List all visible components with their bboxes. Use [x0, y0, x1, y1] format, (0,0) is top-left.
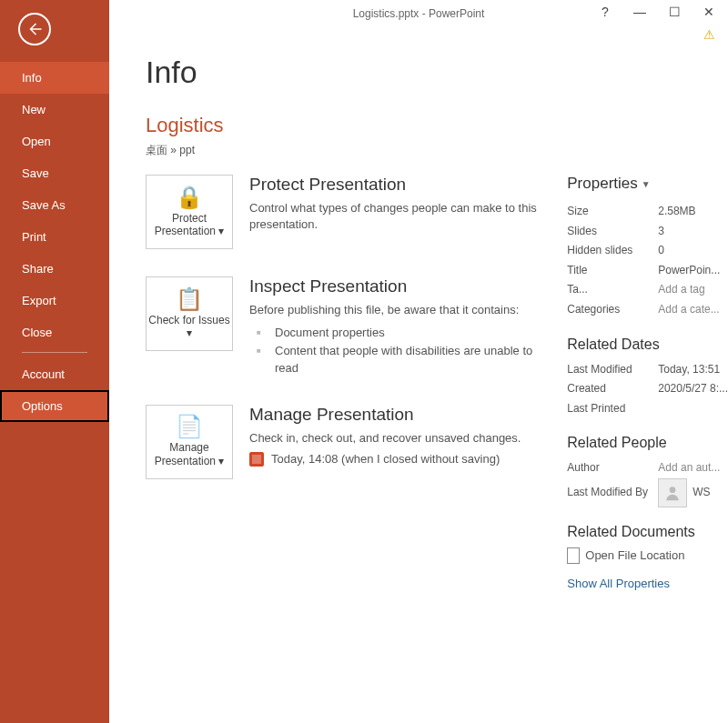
- prop-size: Size2.58MB: [567, 202, 728, 222]
- manage-heading: Manage Presentation: [249, 405, 545, 425]
- protect-section: 🔒 Protect Presentation ▾ Protect Present…: [146, 175, 545, 249]
- protect-desc: Control what types of changes people can…: [249, 200, 545, 233]
- properties-dropdown[interactable]: Properties▼: [567, 175, 728, 193]
- prop-slides: Slides3: [567, 222, 728, 242]
- inspect-list: Document properties Content that people …: [249, 324, 545, 377]
- related-docs-heading: Related Documents: [567, 524, 728, 540]
- tile-label: Manage Presentation ▾: [147, 441, 232, 467]
- nav-primary: Info New Open Save Save As Print Share E…: [0, 62, 109, 422]
- manage-presentation-button[interactable]: 📄 Manage Presentation ▾: [146, 405, 233, 479]
- prop-author: AuthorAdd an aut...: [567, 458, 728, 478]
- nav-item-info[interactable]: Info: [0, 62, 109, 94]
- nav-item-options[interactable]: Options: [0, 390, 109, 422]
- inspect-section: 📋 Check for Issues ▾ Inspect Presentatio…: [146, 276, 545, 377]
- list-item: Document properties: [249, 324, 545, 342]
- nav-item-print[interactable]: Print: [0, 221, 109, 253]
- properties-column: Properties▼ Size2.58MB Slides3 Hidden sl…: [567, 175, 728, 590]
- document-search-icon: 📄: [176, 416, 203, 437]
- prop-last-modified: Last ModifiedToday, 13:51: [567, 360, 728, 380]
- nav-item-save[interactable]: Save: [0, 157, 109, 189]
- nav-item-close[interactable]: Close: [0, 316, 109, 348]
- inspect-desc: Before publishing this file, be aware th…: [249, 302, 545, 318]
- prop-last-modified-by: Last Modified By WS: [567, 478, 728, 507]
- protect-presentation-button[interactable]: 🔒 Protect Presentation ▾: [146, 175, 233, 249]
- actions-column: 🔒 Protect Presentation ▾ Protect Present…: [146, 175, 545, 590]
- nav-item-export[interactable]: Export: [0, 285, 109, 316]
- nav-item-new[interactable]: New: [0, 94, 109, 126]
- manage-section: 📄 Manage Presentation ▾ Manage Presentat…: [146, 405, 545, 479]
- prop-last-printed: Last Printed: [567, 399, 728, 419]
- prop-created: Created2020/5/27 8:...: [567, 379, 728, 399]
- open-file-location[interactable]: Open File Location: [567, 547, 728, 564]
- person-icon: [663, 484, 682, 502]
- check-for-issues-button[interactable]: 📋 Check for Issues ▾: [146, 276, 233, 351]
- prop-tags: Ta...Add a tag: [567, 280, 728, 300]
- backstage-main: Info Logistics 桌面 » ppt 🔒 Protect Presen…: [109, 0, 728, 723]
- chevron-down-icon: ▼: [642, 179, 651, 189]
- autosave-entry[interactable]: Today, 14:08 (when I closed without savi…: [249, 452, 545, 467]
- nav-separator: [22, 352, 87, 353]
- prop-title: TitlePowerPoin...: [567, 261, 728, 281]
- nav-item-open[interactable]: Open: [0, 126, 109, 157]
- autosave-text: Today, 14:08 (when I closed without savi…: [271, 452, 500, 466]
- back-button[interactable]: [18, 13, 51, 45]
- prop-categories: CategoriesAdd a cate...: [567, 300, 728, 320]
- backstage-sidebar: Info New Open Save Save As Print Share E…: [0, 0, 109, 723]
- protect-heading: Protect Presentation: [249, 175, 545, 195]
- pptx-icon: [249, 452, 264, 467]
- related-dates-heading: Related Dates: [567, 336, 728, 353]
- doc-name: Logistics: [146, 114, 728, 137]
- file-icon: [567, 547, 580, 564]
- tile-label: Check for Issues ▾: [147, 314, 232, 340]
- show-all-properties-link[interactable]: Show All Properties: [567, 577, 728, 590]
- arrow-left-icon: [26, 21, 43, 37]
- related-people-heading: Related People: [567, 435, 728, 451]
- svg-point-0: [670, 487, 676, 493]
- nav-item-share[interactable]: Share: [0, 253, 109, 285]
- modifier-name: WS: [693, 483, 710, 503]
- inspect-heading: Inspect Presentation: [249, 276, 545, 296]
- doc-path: 桌面 » ppt: [146, 143, 728, 158]
- prop-hidden: Hidden slides0: [567, 241, 728, 261]
- avatar: [658, 478, 687, 507]
- nav-item-save-as[interactable]: Save As: [0, 189, 109, 221]
- tile-label: Protect Presentation ▾: [147, 212, 232, 238]
- nav-item-account[interactable]: Account: [0, 358, 109, 390]
- lock-icon: 🔒: [176, 186, 203, 208]
- page-title: Info: [146, 55, 728, 90]
- list-item: Content that people with disabilities ar…: [249, 342, 545, 377]
- manage-desc: Check in, check out, and recover unsaved…: [249, 430, 545, 447]
- checklist-icon: 📋: [176, 288, 203, 310]
